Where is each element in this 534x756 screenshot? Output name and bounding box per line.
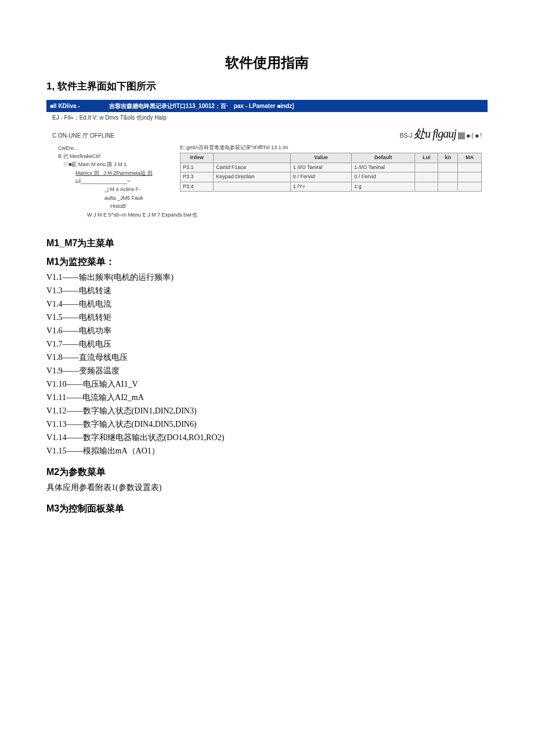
square-icon [458, 132, 465, 139]
list-item: V1.7——电机电压 [46, 338, 488, 350]
cell [458, 172, 482, 182]
cell: P3.4 [181, 182, 214, 192]
cell: 1 /I/O Taniral [290, 163, 352, 172]
cell [415, 172, 438, 182]
m2-body: 具体应用参看附表1(参数设置表) [46, 481, 488, 494]
list-item: V1.14——数字和继电器输出状态(DO14,RO1,RO2) [46, 431, 488, 444]
cell: P3.1 [181, 163, 214, 172]
cell: 1 /I/O Taninal [352, 163, 415, 172]
software-screenshot: ■Il KDiiva - 吉蓉吉森趟电哞黑记录让flT口113_10012：百·… [46, 100, 488, 219]
list-item: V1.12——数字输入状态(DIN1,DIN2,DIN3) [46, 405, 488, 417]
window-menubar: EJ - Fil«；Ed.lt V: w Drivs T&ols 也indy H… [46, 112, 488, 123]
cell: 0 / Fervid [290, 172, 352, 182]
nav-tree: CwEre... B 已 MecfirakeCtrl □ ■萙 Main M e… [52, 144, 174, 219]
m1-heading: M1为监控菜单： [46, 255, 488, 269]
table-row: P3.3 Keypad Dreclian 0 / Fervid 0 / Ferv… [181, 172, 482, 182]
tree-node: Lil________________~ [58, 177, 174, 185]
tree-node: B 已 MecfirakeCtrl [58, 152, 174, 160]
cell: P3.3 [181, 172, 214, 182]
tree-node: ManIcx 田 _J M ZParmmeta俎 田 [58, 169, 174, 177]
cell [438, 163, 457, 172]
table-row: P3.4 1 /Y« 1 g [181, 182, 482, 192]
list-item: V1.8——直流母线电压 [46, 351, 488, 363]
m1-m7-heading: M1_M7为主菜单 [46, 236, 488, 250]
tree-node: _j M 4 Actins F- [58, 185, 174, 193]
cell [438, 172, 457, 182]
col-header: Irdew [181, 153, 214, 163]
cell [415, 182, 438, 192]
toolbar-prefix: BS-J [400, 132, 413, 139]
table-caption: E: gmtA百科育毒道电参菽记录^iFifflTvl 13 1 im [180, 144, 482, 152]
m2-heading: M2为参数菜单 [46, 465, 488, 479]
list-item: V1.11——电流输入AI2_mA [46, 391, 488, 404]
tree-footer: W J M E 5^sb=m Menu E J M 7 Expands bwr也 [58, 211, 174, 219]
tree-node: □ ■萙 Main M eriu 国 J M 1 [58, 160, 174, 168]
list-item: V1.4——电机电流 [46, 298, 488, 310]
window-titlebar: ■Il KDiiva - 吉蓉吉森趟电哞黑记录让flT口113_10012：百·… [46, 100, 488, 112]
col-header: MA [458, 153, 482, 163]
brand-logo: 处u flgauj [414, 127, 456, 140]
table-row: P3.1 Cartid F1aca 1 /I/O Taniral 1 /I/O … [181, 163, 482, 172]
list-item: V1.3——电机转速 [46, 285, 488, 297]
cell: Cartid F1aca [214, 163, 290, 172]
section-1-heading: 1, 软件主界面如下图所示 [46, 79, 488, 94]
col-header: Lui [415, 153, 438, 163]
col-header: Value [290, 153, 352, 163]
m3-heading: M3为控制面板菜单 [46, 502, 488, 516]
list-item: V1.13——数字输入状态(DIN4,DIN5,DIN6) [46, 418, 488, 430]
parameter-table: Irdew Value Default Lui kn MA P3.1 Carti… [180, 153, 482, 192]
toolbar-suffix: ■ ( ■ ! [466, 132, 482, 139]
tree-node: aulta _JM5 Fauk [58, 194, 174, 202]
col-header: Default [352, 153, 415, 163]
list-item: V1.15——模拟输出mA（AO1） [46, 445, 488, 457]
cell [214, 182, 290, 192]
list-item: V1.10——电压输入AI1_V [46, 378, 488, 390]
cell [458, 163, 482, 172]
col-header: kn [438, 153, 457, 163]
cell: 1 /Y« [290, 182, 352, 192]
cell [415, 163, 438, 172]
online-offline-toggle: C ON-UNE 厅 OFFLINE [52, 131, 114, 140]
cell [458, 182, 482, 192]
tree-node: CwEre... [58, 144, 174, 152]
page-title: 软件使用指南 [46, 52, 488, 73]
m1-list: V1.1——输出频率(电机的运行频率) V1.3——电机转速 V1.4——电机电… [46, 271, 488, 457]
cell: 1 g [352, 182, 415, 192]
cell: Keypad Dreclian [214, 172, 290, 182]
window-toolbar: C ON-UNE 厅 OFFLINE BS-J 处u flgauj ■ ( ■ … [46, 123, 488, 144]
table-header-row: Irdew Value Default Lui kn MA [181, 153, 482, 163]
tree-node: HistoB' [58, 202, 174, 210]
list-item: V1.6——电机功率 [46, 325, 488, 337]
cell: 0 / Fervid [352, 172, 415, 182]
list-item: V1.9——变频器温度 [46, 365, 488, 377]
list-item: V1.1——输出频率(电机的运行频率) [46, 271, 488, 283]
list-item: V1.5——电机转矩 [46, 311, 488, 323]
cell [438, 182, 457, 192]
col-header [214, 153, 290, 163]
